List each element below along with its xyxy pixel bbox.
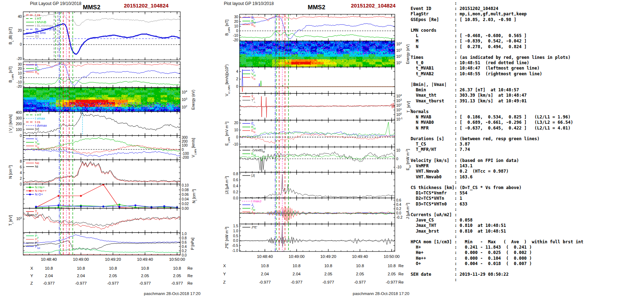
svg-text:103: 103	[16, 216, 22, 221]
svg-text:-0.5: -0.5	[232, 244, 238, 248]
svg-text:-0.2: -0.2	[396, 215, 403, 219]
svg-text:0.0: 0.0	[182, 253, 187, 257]
svg-text:10:50:00: 10:50:00	[384, 254, 400, 259]
svg-text:20: 20	[18, 29, 22, 32]
svg-text:104: 104	[396, 41, 402, 46]
svg-text:N [cm-3]: N [cm-3]	[8, 165, 13, 178]
svg-text:400: 400	[16, 111, 22, 115]
left-figure: Plot Layout GP 19/10/2018 MMS2 20151202_…	[0, 0, 202, 300]
svg-text:0.00: 0.00	[182, 207, 189, 210]
svg-text:Re: Re	[398, 264, 404, 268]
svg-text:10:50:00: 10:50:00	[169, 257, 185, 261]
svg-text:10:48:40: 10:48:40	[257, 254, 273, 259]
svg-text:100: 100	[16, 128, 22, 132]
svg-text:10:49:20: 10:49:20	[105, 257, 121, 261]
svg-text:-0.977: -0.977	[386, 280, 398, 284]
svg-text:2.05: 2.05	[388, 272, 396, 276]
svg-text:Re: Re	[187, 266, 193, 270]
svg-text:10.8: 10.8	[77, 266, 85, 270]
svg-text:-0.977: -0.977	[259, 280, 271, 284]
svg-text:100: 100	[396, 112, 402, 117]
svg-text:0: 0	[236, 85, 238, 88]
svg-text:1.0: 1.0	[182, 232, 187, 236]
svg-text:20: 20	[234, 121, 238, 125]
svg-text:10: 10	[234, 128, 238, 132]
svg-text:0.2: 0.2	[396, 207, 401, 211]
svg-text:2.04: 2.04	[261, 272, 269, 276]
svg-text:0.02: 0.02	[182, 202, 189, 206]
svg-text:0: 0	[20, 42, 22, 46]
svg-text:Re: Re	[187, 274, 193, 278]
svg-text:2.04: 2.04	[293, 272, 301, 276]
svg-text:-200: -200	[182, 156, 189, 159]
svg-text:0.6: 0.6	[233, 178, 238, 182]
svg-text:Energy (eV): Energy (eV)	[191, 90, 195, 110]
svg-text:10.8: 10.8	[293, 264, 301, 268]
svg-text:0.2: 0.2	[233, 190, 238, 194]
svg-text:10.8: 10.8	[261, 264, 269, 268]
svg-text:Y: Y	[30, 274, 33, 278]
info-panel-text: : Event ID : 20151202_104824 FlagStr : m…	[408, 1, 583, 283]
svg-text:100: 100	[182, 143, 188, 147]
svg-text:Re: Re	[187, 281, 193, 285]
svg-text:P [nPa]: P [nPa]	[190, 238, 195, 250]
svg-text:10: 10	[396, 148, 401, 152]
svg-text:ELMN [mV m-1]: ELMN [mV m-1]	[224, 122, 231, 146]
svg-text:Y: Y	[223, 272, 226, 276]
svg-text:0.8: 0.8	[233, 172, 238, 176]
svg-text:10.8: 10.8	[324, 264, 332, 268]
svg-text:2.04: 2.04	[45, 274, 53, 278]
svg-text:30: 30	[234, 15, 238, 19]
svg-text:0: 0	[236, 135, 238, 139]
svg-text:101: 101	[396, 60, 402, 65]
svg-text:8: 8	[20, 159, 22, 163]
svg-text:VLMN [km/s]: VLMN [km/s]	[191, 138, 197, 158]
svg-text:N O+: N O+	[35, 192, 43, 196]
svg-text:BL,|B| [nT]: BL,|B| [nT]	[8, 27, 14, 45]
svg-text:10:49:00: 10:49:00	[288, 254, 305, 259]
svg-text:10.8: 10.8	[356, 264, 364, 268]
svg-text:0.4: 0.4	[233, 184, 238, 188]
svg-text:0.6: 0.6	[396, 198, 401, 202]
svg-text:Ni [cm-3]: Ni [cm-3]	[191, 189, 198, 203]
svg-text:10-1: 10-1	[396, 116, 403, 121]
svg-text:10.8: 10.8	[109, 266, 117, 270]
svg-text:Ni: Ni	[35, 164, 38, 168]
f1-plot-svg: 40200-20BL,|B| [nT]t cst HTt MVABt BLmin…	[0, 0, 202, 300]
svg-text:10.8: 10.8	[173, 266, 181, 270]
svg-text:Ve LMN [km/s](x105): Ve LMN [km/s](x105)	[224, 64, 231, 96]
svg-text:Re: Re	[398, 280, 404, 284]
svg-text:Re: Re	[398, 272, 404, 276]
svg-text:10:49:40: 10:49:40	[137, 257, 153, 261]
svg-text:0: 0	[20, 182, 22, 186]
svg-text:2: 2	[236, 77, 238, 81]
svg-text:|B|: |B|	[35, 34, 39, 38]
svg-text:4: 4	[236, 70, 238, 73]
svg-text:103: 103	[182, 97, 187, 102]
svg-text:Ti [eV]: Ti [eV]	[8, 215, 14, 226]
svg-text:10:49:00: 10:49:00	[73, 257, 89, 261]
svg-text:-20: -20	[233, 38, 238, 42]
svg-text:2.05: 2.05	[141, 274, 149, 278]
svg-text:2.05: 2.05	[109, 274, 117, 278]
svg-text:102: 102	[396, 103, 402, 108]
svg-text:0.06: 0.06	[182, 193, 189, 197]
svg-text:Z: Z	[30, 281, 33, 285]
svg-text:40: 40	[18, 15, 22, 19]
svg-text:300: 300	[16, 116, 22, 120]
svg-text:BLMN [nT]: BLMN [nT]	[225, 20, 231, 36]
svg-text:-0.977: -0.977	[322, 280, 334, 284]
svg-text:0.8: 0.8	[182, 236, 187, 240]
svg-text:-10: -10	[233, 142, 238, 146]
svg-text:0.08: 0.08	[182, 188, 189, 192]
svg-text:0.04: 0.04	[182, 197, 189, 201]
svg-text:0.4: 0.4	[396, 203, 401, 207]
svg-text:-0.977: -0.977	[75, 281, 87, 285]
svg-text:10.8: 10.8	[141, 266, 149, 270]
svg-text:0: 0	[20, 134, 22, 138]
svg-text:0.0: 0.0	[396, 211, 401, 215]
svg-text:4: 4	[20, 171, 22, 175]
svg-text:-0.977: -0.977	[107, 281, 119, 285]
svg-text:|J| [µA m-2]: |J| [µA m-2]	[224, 176, 229, 194]
svg-text:0: 0	[182, 148, 184, 152]
